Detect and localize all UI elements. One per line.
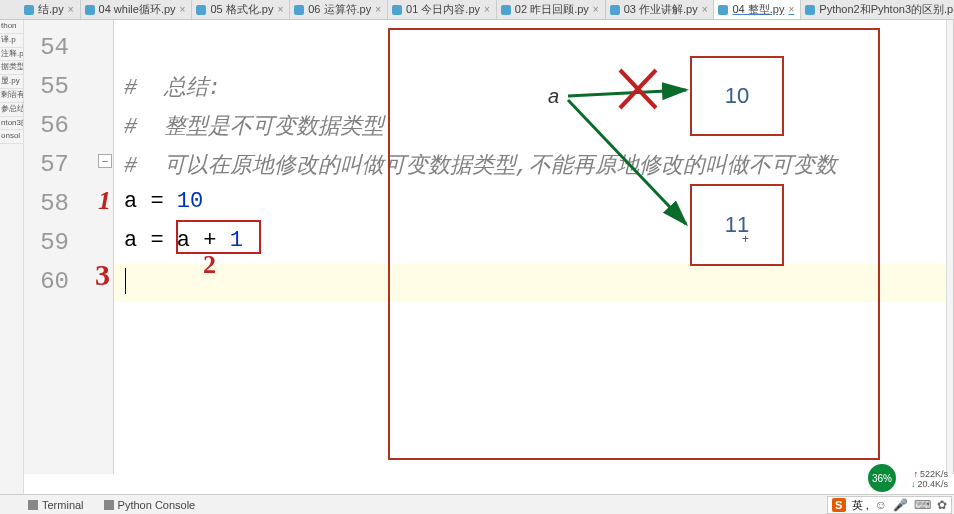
mouse-cursor: + [742,232,749,246]
annotation-step-2: 2 [203,250,216,280]
python-icon [805,5,815,15]
tab-file-8[interactable]: Python2和Pyhton3的区别.p [801,0,954,20]
code-line-55: # 总结: [124,72,221,102]
line-number: 56 [29,112,69,139]
terminal-button[interactable]: Terminal [18,499,94,511]
tab-bar: 结.py× 04 while循环.py× 05 格式化.py× 06 运算符.p… [0,0,954,20]
close-icon[interactable]: × [484,4,490,15]
close-icon[interactable]: × [68,4,74,15]
network-speed: 522K/s 20.4K/s [911,470,948,490]
keyboard-icon[interactable]: ⌨ [914,498,931,512]
close-icon[interactable]: × [702,4,708,15]
tab-file-0[interactable]: 结.py× [20,0,81,20]
toolwindow-item[interactable]: 剩语有 [0,89,23,103]
ime-toolbar[interactable]: S 英 , ☺ 🎤 ⌨ ✿ [827,496,952,514]
editor-scrollbar[interactable] [946,20,954,474]
memory-badge[interactable]: 36% [868,464,896,492]
diagram-frame [388,28,880,460]
bottom-toolbar: Terminal Python Console [0,494,954,514]
line-number: 58 [29,190,69,217]
diagram-var-label: a [548,85,559,108]
tab-label: 结.py [38,2,64,17]
python-console-button[interactable]: Python Console [94,499,206,511]
annotation-step-1: 1 [98,186,111,216]
python-icon [501,5,511,15]
tab-label: 01 今日内容.py [406,2,480,17]
smiley-icon[interactable]: ☺ [875,498,887,512]
tab-label: 02 昨日回顾.py [515,2,589,17]
line-number: 60 [29,268,69,295]
toolwindow-item[interactable]: 注释.p [0,48,23,62]
close-icon[interactable]: × [375,4,381,15]
tab-label: 03 作业讲解.py [624,2,698,17]
toolwindow-item[interactable]: onsol [0,130,23,144]
toolwindow-item[interactable]: nton3的 [0,117,23,131]
toolwindow-item[interactable]: 显.py [0,75,23,89]
python-icon [85,5,95,15]
diagram-box-11: 11 [690,184,784,266]
python-icon [392,5,402,15]
toolwindow-item[interactable]: 参总结 [0,103,23,117]
tab-file-1[interactable]: 04 while循环.py× [81,0,193,20]
tab-file-5[interactable]: 02 昨日回顾.py× [497,0,606,20]
fold-icon[interactable]: – [98,154,112,168]
diagram-box-10: 10 [690,56,784,136]
tab-label: 06 运算符.py [308,2,371,17]
toolwindow-item[interactable]: thon [0,20,23,34]
python-icon [718,5,728,15]
sogou-icon[interactable]: S [832,498,846,512]
python-icon [196,5,206,15]
toolwindow-item[interactable]: 译.p [0,34,23,48]
close-icon[interactable]: × [593,4,599,15]
tab-label: 04 整型.py [732,2,784,17]
line-number: 54 [29,34,69,61]
settings-icon[interactable]: ✿ [937,498,947,512]
python-icon [104,500,114,510]
code-line-58: a = 10 [124,189,203,214]
tab-label: Python2和Pyhton3的区别.p [819,2,953,17]
left-tool-strip: thon 译.p 注释.p 据类型 显.py 剩语有 参总结 nton3的 on… [0,20,24,494]
tab-label: 04 while循环.py [99,2,176,17]
python-icon [610,5,620,15]
tab-file-3[interactable]: 06 运算符.py× [290,0,388,20]
python-icon [24,5,34,15]
line-number: 59 [29,229,69,256]
text-caret [125,268,126,294]
close-icon[interactable]: × [788,4,794,15]
line-number: 57 [29,151,69,178]
close-icon[interactable]: × [180,4,186,15]
mic-icon[interactable]: 🎤 [893,498,908,512]
ime-lang[interactable]: 英 , [852,498,869,513]
line-number: 55 [29,73,69,100]
python-icon [294,5,304,15]
tab-file-2[interactable]: 05 格式化.py× [192,0,290,20]
tab-file-6[interactable]: 03 作业讲解.py× [606,0,715,20]
code-line-56: # 整型是不可变数据类型 [124,111,384,141]
close-icon[interactable]: × [277,4,283,15]
gutter: 54 55 56 57 58 59 60 – [24,20,114,474]
annotation-step-3: 3 [95,258,110,292]
tab-label: 05 格式化.py [210,2,273,17]
code-line-59: a = a + 1 [124,228,243,253]
tab-file-4[interactable]: 01 今日内容.py× [388,0,497,20]
tab-file-7[interactable]: 04 整型.py× [714,0,801,20]
terminal-icon [28,500,38,510]
toolwindow-item[interactable]: 据类型 [0,61,23,75]
